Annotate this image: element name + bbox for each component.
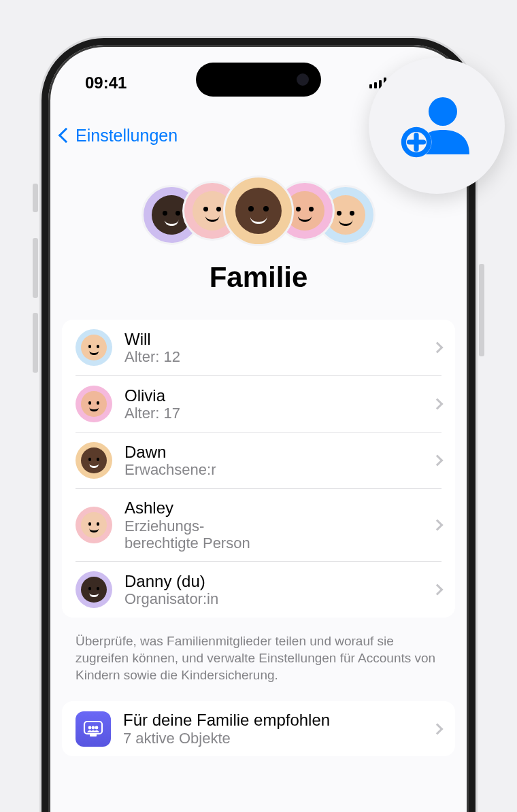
avatar bbox=[76, 386, 112, 422]
avatar bbox=[76, 571, 112, 608]
chevron-right-icon bbox=[432, 723, 444, 734]
back-label: Einstellungen bbox=[76, 126, 178, 146]
member-row-will[interactable]: Will Alter: 12 bbox=[76, 320, 441, 375]
recommended-icon bbox=[76, 711, 111, 747]
chevron-right-icon bbox=[432, 520, 444, 531]
add-member-callout bbox=[369, 58, 505, 194]
member-name: Dawn bbox=[124, 443, 421, 462]
member-role: Alter: 12 bbox=[124, 348, 421, 365]
member-row-olivia[interactable]: Olivia Alter: 17 bbox=[76, 375, 441, 432]
recommended-title: Für deine Familie empfohlen bbox=[123, 711, 421, 730]
avatar bbox=[76, 442, 112, 479]
member-role: Alter: 17 bbox=[124, 405, 421, 422]
member-role: Organisator:in bbox=[124, 590, 421, 607]
recommended-card: Für deine Familie empfohlen 7 aktive Obj… bbox=[62, 701, 455, 756]
svg-point-15 bbox=[95, 726, 99, 729]
svg-point-17 bbox=[429, 97, 457, 126]
status-time: 09:41 bbox=[85, 73, 127, 92]
phone-volume-up bbox=[33, 238, 38, 298]
chevron-right-icon bbox=[432, 399, 444, 410]
chevron-right-icon bbox=[432, 342, 444, 354]
phone-mute-switch bbox=[33, 184, 38, 212]
avatar bbox=[76, 507, 112, 543]
page-title: Familie bbox=[62, 261, 455, 294]
svg-rect-16 bbox=[90, 734, 97, 737]
recommended-sub: 7 aktive Objekte bbox=[123, 730, 421, 747]
recommended-row[interactable]: Für deine Familie empfohlen 7 aktive Obj… bbox=[76, 701, 441, 756]
member-name: Olivia bbox=[124, 386, 421, 405]
svg-rect-1 bbox=[374, 82, 377, 88]
member-row-danny[interactable]: Danny (du) Organisator:in bbox=[76, 561, 441, 618]
member-name: Will bbox=[124, 330, 421, 349]
chevron-right-icon bbox=[432, 455, 444, 467]
back-button[interactable]: Einstellungen bbox=[61, 126, 178, 146]
svg-rect-0 bbox=[369, 84, 372, 88]
chevron-left-icon bbox=[59, 128, 74, 143]
member-name: Ashley bbox=[124, 498, 421, 518]
members-footer-note: Überprüfe, was Familienmitglieder teilen… bbox=[62, 626, 455, 701]
phone-volume-down bbox=[33, 313, 38, 373]
add-person-icon bbox=[399, 93, 474, 158]
screen-content: Familie Will Alter: 12 Olivia Alter: 17 bbox=[48, 154, 469, 812]
family-members-card: Will Alter: 12 Olivia Alter: 17 Dawn Erw… bbox=[62, 320, 455, 618]
member-row-ashley[interactable]: Ashley Erziehungs- berechtigte Person bbox=[76, 488, 441, 561]
member-role: Erwachsene:r bbox=[124, 461, 421, 478]
member-role: Erziehungs- berechtigte Person bbox=[124, 518, 421, 552]
member-name: Danny (du) bbox=[124, 572, 421, 591]
svg-point-14 bbox=[92, 726, 95, 729]
member-row-dawn[interactable]: Dawn Erwachsene:r bbox=[76, 432, 441, 488]
phone-power-button bbox=[479, 264, 484, 356]
family-avatar-cluster bbox=[62, 181, 455, 246]
avatar bbox=[76, 329, 112, 366]
avatar bbox=[223, 175, 294, 246]
svg-point-13 bbox=[88, 726, 92, 729]
chevron-right-icon bbox=[432, 584, 444, 596]
